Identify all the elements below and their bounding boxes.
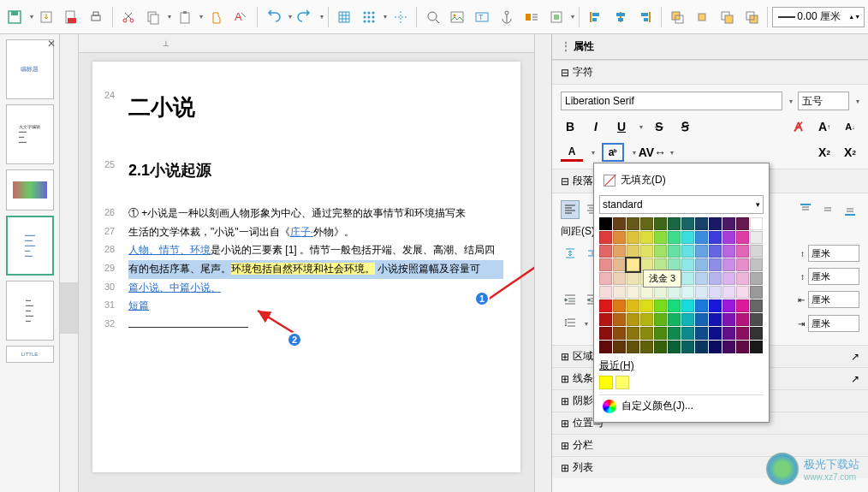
color-swatch[interactable] <box>750 231 763 244</box>
document-page[interactable]: 24二小说 252.1小说起源 26① +小说是一种以刻画人物形象为中心、通过完… <box>92 62 520 472</box>
color-swatch[interactable] <box>736 272 749 285</box>
color-swatch[interactable] <box>640 217 653 230</box>
clear-format-icon[interactable]: A <box>229 5 253 29</box>
color-swatch[interactable] <box>750 258 763 271</box>
color-swatch[interactable] <box>750 286 763 299</box>
color-swatch[interactable] <box>640 299 653 312</box>
color-swatch[interactable] <box>668 327 681 340</box>
guides-icon[interactable] <box>389 5 412 29</box>
color-swatch[interactable] <box>681 313 694 326</box>
hyperlink[interactable]: 人物、情节、环境 <box>128 244 211 256</box>
color-swatch[interactable] <box>599 258 612 271</box>
color-swatch[interactable] <box>627 341 639 353</box>
palette-select[interactable]: standard▾ <box>599 195 764 214</box>
indent-left-input[interactable] <box>808 291 859 308</box>
pdf-icon[interactable] <box>60 5 83 29</box>
undo-icon[interactable] <box>262 5 285 29</box>
color-swatch[interactable] <box>640 245 653 258</box>
space-above-input[interactable] <box>808 245 859 262</box>
font-color-button[interactable]: A <box>561 143 583 162</box>
italic-button[interactable]: I <box>586 117 605 136</box>
color-swatch[interactable] <box>736 341 749 353</box>
align-right-icon[interactable] <box>633 5 657 29</box>
color-swatch[interactable] <box>627 313 639 326</box>
color-swatch[interactable] <box>627 327 639 340</box>
hyperlink[interactable]: 篇小说、中篇小说、 <box>128 282 221 293</box>
wrap-icon[interactable] <box>520 5 544 29</box>
color-swatch[interactable] <box>750 245 763 258</box>
color-swatch[interactable] <box>599 313 612 326</box>
color-swatch[interactable] <box>722 327 735 340</box>
inc-indent-button[interactable] <box>561 290 580 309</box>
color-swatch[interactable] <box>668 341 681 353</box>
color-swatch[interactable] <box>654 217 667 230</box>
color-swatch[interactable] <box>654 286 667 299</box>
color-swatch[interactable] <box>695 327 708 340</box>
save-icon[interactable] <box>3 5 27 29</box>
color-swatch[interactable] <box>640 341 653 353</box>
textbox-icon[interactable]: T <box>471 5 494 29</box>
valign-top-button[interactable] <box>796 200 815 219</box>
line-spacing-button[interactable] <box>561 314 580 333</box>
valign-mid-button[interactable] <box>818 200 837 219</box>
paste-icon[interactable] <box>173 5 196 29</box>
color-swatch[interactable] <box>613 286 626 299</box>
color-swatch[interactable] <box>695 272 708 285</box>
font-size-input[interactable] <box>798 92 849 110</box>
color-swatch[interactable] <box>736 313 749 326</box>
color-swatch[interactable] <box>722 341 735 353</box>
color-swatch[interactable] <box>613 272 626 285</box>
line-width-input[interactable] <box>797 11 848 23</box>
thumb-4[interactable]: ━━━━━━━━━━━━━━━━ <box>6 216 54 276</box>
underline-button[interactable]: U <box>612 117 631 136</box>
color-swatch[interactable] <box>709 231 722 244</box>
color-swatch[interactable] <box>722 217 735 230</box>
color-swatch[interactable] <box>722 299 735 312</box>
color-swatch[interactable] <box>709 299 722 312</box>
color-swatch[interactable] <box>668 245 681 258</box>
hyperlink[interactable]: 庄子· <box>290 226 313 238</box>
shadow-button[interactable]: Ꞩ <box>675 117 694 136</box>
color-swatch[interactable] <box>627 272 639 285</box>
shrink-font-icon[interactable]: A↓ <box>841 117 859 136</box>
color-swatch[interactable] <box>695 231 708 244</box>
color-swatch[interactable] <box>613 341 626 353</box>
color-swatch[interactable] <box>695 245 708 258</box>
close-icon[interactable]: ✕ <box>47 38 56 50</box>
color-swatch[interactable] <box>681 217 694 230</box>
backward-icon[interactable] <box>716 5 739 29</box>
copy-icon[interactable] <box>141 5 164 29</box>
color-swatch[interactable] <box>736 245 749 258</box>
color-swatch[interactable] <box>640 286 653 299</box>
color-swatch[interactable] <box>613 327 626 340</box>
strike-button[interactable]: S <box>650 117 669 136</box>
color-swatch[interactable] <box>640 327 653 340</box>
color-swatch[interactable] <box>681 231 694 244</box>
grow-font-icon[interactable]: A↑ <box>815 117 834 136</box>
color-swatch[interactable] <box>627 231 639 244</box>
color-swatch[interactable] <box>640 231 653 244</box>
font-name-input[interactable] <box>561 92 782 110</box>
color-swatch[interactable] <box>750 217 763 230</box>
color-swatch[interactable] <box>736 217 749 230</box>
color-swatch[interactable] <box>722 272 735 285</box>
color-swatch[interactable] <box>599 272 612 285</box>
align-left-button[interactable] <box>561 200 580 219</box>
color-swatch[interactable] <box>654 231 667 244</box>
snap-icon[interactable] <box>357 5 380 29</box>
color-swatch[interactable] <box>681 341 694 353</box>
color-swatch[interactable] <box>613 231 626 244</box>
hyperlink[interactable]: 短篇 <box>128 299 149 311</box>
color-swatch[interactable] <box>668 286 681 299</box>
color-swatch[interactable] <box>695 341 708 353</box>
custom-color-option[interactable]: 自定义颜色(J)... <box>599 394 764 417</box>
thumb-6[interactable]: LITTLE <box>6 346 54 363</box>
print-icon[interactable] <box>85 5 108 29</box>
color-swatch[interactable] <box>599 217 612 230</box>
forward-icon[interactable] <box>691 5 714 29</box>
color-swatch[interactable] <box>695 286 708 299</box>
color-swatch[interactable] <box>654 313 667 326</box>
char-section-head[interactable]: ⊟ 字符 <box>552 60 868 85</box>
color-swatch[interactable] <box>613 217 626 230</box>
color-swatch[interactable] <box>654 341 667 353</box>
